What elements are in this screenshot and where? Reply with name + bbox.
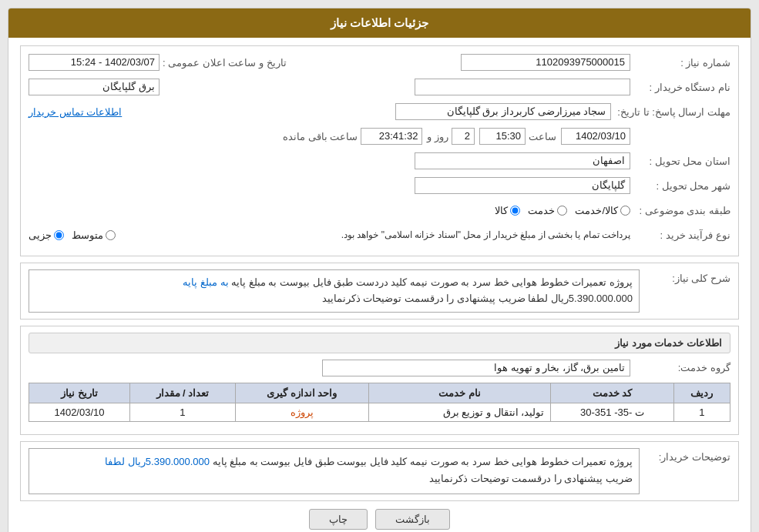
buyer-desc-text1: پروژه تعمیرات خطوط هوایی خط سرد به صورت …: [105, 456, 633, 467]
need-number-label: شماره نیاز :: [630, 57, 730, 69]
hour-label: ساعت باقی مانده: [283, 131, 358, 142]
province-value: اصفهان: [415, 152, 630, 169]
city-label: شهر محل تحویل :: [630, 180, 730, 192]
print-button[interactable]: چاپ: [309, 509, 368, 530]
service-group-value: تامین برق، گاز، بخار و تهویه هوا: [322, 360, 630, 376]
province-label: استان محل تحویل :: [630, 156, 730, 167]
time-label: ساعت: [529, 131, 556, 142]
send-date-value: 1402/03/10: [561, 128, 630, 145]
cell-row: 1: [673, 403, 730, 421]
category-goods-service-label: کالا/خدمت: [575, 205, 618, 216]
buyer-desc-amount: 5.390.000.000ریال لطفا: [105, 456, 210, 467]
buyer-desc-text2: ضریب پیشنهادی را درقسمت توضیحات ذکرنمایی…: [429, 473, 633, 484]
category-service-radio[interactable]: [557, 206, 567, 216]
category-goods-option[interactable]: کالا: [495, 205, 520, 216]
description-highlight: به مبلغ پایه: [183, 276, 228, 288]
buyer-system-value: [415, 79, 630, 95]
send-time-value: 15:30: [479, 128, 526, 145]
unit-link[interactable]: پروژه: [291, 407, 314, 418]
col-count: تعداد / مقدار: [129, 383, 235, 403]
col-unit: واحد اندازه گیری: [235, 383, 368, 403]
service-info-title: اطلاعات خدمات مورد نیاز: [29, 333, 730, 353]
category-service-label: خدمت: [528, 205, 555, 216]
process-part-option[interactable]: جزیی: [29, 229, 64, 241]
date-announce-value: 1402/03/07 - 15:24: [29, 54, 160, 71]
service-table: ردیف کد خدمت نام خدمت واحد اندازه گیری ت…: [29, 383, 730, 422]
buyer-system-label: نام دستگاه خریدار :: [630, 82, 730, 93]
cell-date: 1402/03/10: [29, 403, 130, 421]
contact-info-link[interactable]: اطلاعات تماس خریدار: [29, 106, 122, 118]
creator-value: برق گلپایگان: [29, 79, 160, 95]
category-goods-service-option[interactable]: کالا/خدمت: [575, 205, 630, 216]
col-code: کد خدمت: [551, 383, 673, 403]
buyer-desc-label: توضیحات خریدار:: [646, 448, 730, 463]
process-part-label: جزیی: [29, 229, 52, 241]
buyer-description-box: پروژه تعمیرات خطوط هوایی خط سرد به صورت …: [29, 448, 640, 494]
category-label: طبقه بندی موضوعی :: [630, 205, 730, 216]
back-button[interactable]: بازگشت: [375, 509, 450, 530]
city-value: گلپایگان: [415, 177, 630, 194]
cell-count: 1: [129, 403, 235, 421]
process-label: نوع فرآیند خرید :: [630, 229, 730, 241]
description-text1: پروژه تعمیرات خطوط هوایی خط سرد به صورت …: [183, 276, 633, 288]
category-goods-service-radio[interactable]: [620, 206, 630, 216]
creator-name-value: سجاد میرزارضی کاربرداز برق گلپایگان: [395, 103, 611, 120]
button-row: بازگشت چاپ: [20, 509, 739, 530]
process-radio-group: پرداخت تمام یا بخشی از مبلغ خریدار از مح…: [29, 229, 630, 241]
date-announce-label: تاریخ و ساعت اعلان عمومی :: [163, 57, 287, 69]
service-group-label: گروه خدمت:: [630, 362, 730, 373]
category-goods-label: کالا: [495, 205, 508, 216]
cell-unit: پروژه: [235, 403, 368, 421]
process-part-radio[interactable]: [54, 230, 64, 240]
col-date: تاریخ نیاز: [29, 383, 130, 403]
description-box: پروژه تعمیرات خطوط هوایی خط سرد به صورت …: [29, 269, 640, 313]
col-row: ردیف: [673, 383, 730, 403]
category-service-option[interactable]: خدمت: [528, 205, 567, 216]
process-full-text: پرداخت تمام یا بخشی از مبلغ خریدار از مح…: [123, 229, 630, 240]
cell-code: ت -35- 351-30: [551, 403, 673, 421]
send-remaining-value: 23:41:32: [361, 128, 422, 145]
need-number-value: 1102093975000015: [461, 54, 630, 71]
description-text2: 5.390.000.000ریال لطفا ضریب پیشنهادی را …: [322, 293, 633, 304]
table-row: 1 ت -35- 351-30 تولید، انتقال و توزیع بر…: [29, 403, 730, 421]
send-days-value: 2: [452, 128, 475, 145]
send-deadline-label: مهلت ارسال پاسخ: تا تاریخ:: [611, 106, 730, 118]
cell-name: تولید، انتقال و توزیع برق: [368, 403, 551, 421]
process-medium-label: متوسط: [72, 229, 103, 241]
description-label: شرح کلی نیاز:: [646, 269, 730, 284]
category-radio-group: کالا/خدمت خدمت کالا: [29, 205, 630, 216]
col-name: نام خدمت: [368, 383, 551, 403]
page-title: جزئیات اطلاعات نیاز: [331, 16, 428, 29]
category-goods-radio[interactable]: [510, 206, 520, 216]
process-medium-option[interactable]: متوسط: [72, 229, 116, 241]
page-header: جزئیات اطلاعات نیاز: [8, 8, 751, 38]
day-label: روز و: [427, 131, 448, 142]
process-medium-radio[interactable]: [106, 230, 116, 240]
